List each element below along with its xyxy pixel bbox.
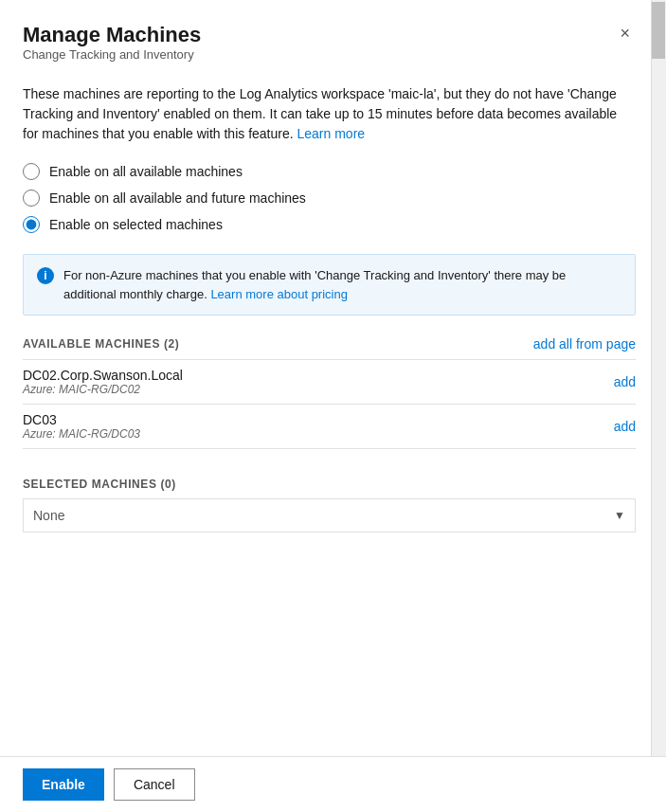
add-machine-dc03-link[interactable]: add xyxy=(614,419,636,434)
dialog-title: Manage Machines Change Tracking and Inve… xyxy=(23,23,201,81)
selected-machines-header: SELECTED MACHINES (0) xyxy=(23,478,636,491)
add-machine-dc02-link[interactable]: add xyxy=(614,374,636,389)
available-machines-header: AVAILABLE MACHINES (2) add all from page xyxy=(23,336,636,352)
learn-more-link[interactable]: Learn more xyxy=(297,126,366,141)
available-machines-section: AVAILABLE MACHINES (2) add all from page… xyxy=(23,336,636,449)
dropdown-arrow-icon: ▼ xyxy=(614,509,625,522)
manage-machines-dialog: Manage Machines Change Tracking and Inve… xyxy=(0,0,666,812)
machine-info-dc03: DC03 Azure: MAIC-RG/DC03 xyxy=(23,412,140,441)
scrollbar-track[interactable] xyxy=(651,0,666,756)
radio-option-selected[interactable]: Enable on selected machines xyxy=(23,216,636,233)
radio-input-selected[interactable] xyxy=(23,216,40,233)
dialog-footer: Enable Cancel xyxy=(0,756,666,812)
info-icon: i xyxy=(37,267,54,284)
add-all-from-page-link[interactable]: add all from page xyxy=(533,336,636,352)
machine-info-dc02: DC02.Corp.Swanson.Local Azure: MAIC-RG/D… xyxy=(23,368,183,396)
cancel-button[interactable]: Cancel xyxy=(114,768,195,801)
radio-input-all-available[interactable] xyxy=(23,163,40,180)
enable-button[interactable]: Enable xyxy=(23,768,104,801)
description-text: These machines are reporting to the Log … xyxy=(23,84,636,144)
table-row: DC02.Corp.Swanson.Local Azure: MAIC-RG/D… xyxy=(23,360,636,405)
dialog-header: Manage Machines Change Tracking and Inve… xyxy=(23,23,636,81)
selected-machines-dropdown[interactable]: None ▼ xyxy=(23,498,636,532)
radio-option-all-future[interactable]: Enable on all available and future machi… xyxy=(23,189,636,207)
info-box: i For non-Azure machines that you enable… xyxy=(23,254,636,316)
machine-list: DC02.Corp.Swanson.Local Azure: MAIC-RG/D… xyxy=(23,359,636,449)
scrollbar-thumb[interactable] xyxy=(652,2,665,59)
close-button[interactable]: × xyxy=(614,23,636,44)
learn-more-pricing-link[interactable]: Learn more about pricing xyxy=(210,287,348,301)
dialog-content: Manage Machines Change Tracking and Inve… xyxy=(0,0,666,570)
radio-option-all-available[interactable]: Enable on all available machines xyxy=(23,163,636,180)
table-row: DC03 Azure: MAIC-RG/DC03 add xyxy=(23,405,636,449)
info-box-text: For non-Azure machines that you enable w… xyxy=(63,266,621,303)
selected-machines-section: SELECTED MACHINES (0) None ▼ xyxy=(23,478,636,532)
radio-group: Enable on all available machines Enable … xyxy=(23,163,636,233)
radio-input-all-future[interactable] xyxy=(23,189,40,207)
